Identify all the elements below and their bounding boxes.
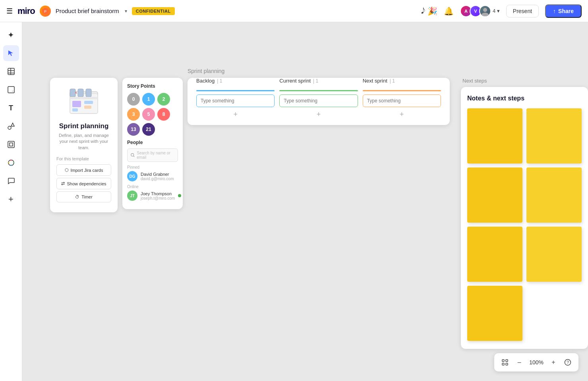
sp-2[interactable]: 2 [157, 93, 170, 106]
help-button[interactable]: ? [561, 356, 574, 369]
sticky-note-7[interactable] [467, 286, 522, 341]
svg-rect-19 [70, 89, 75, 97]
svg-rect-29 [502, 360, 504, 362]
avatar-group[interactable]: A V 4 ▾ [460, 5, 500, 17]
bottom-toolbar: – 100% + ? [494, 353, 578, 371]
sidebar-item-ai[interactable]: ✦ [3, 27, 19, 43]
share-icon: ↑ [553, 8, 556, 14]
sp-5[interactable]: 5 [142, 108, 155, 121]
share-button[interactable]: ↑ Share [545, 4, 582, 18]
sprint-planning-label: Sprint planning [188, 68, 224, 74]
sidebar-item-frame[interactable] [3, 137, 19, 152]
svg-point-15 [13, 162, 14, 164]
people-section: People Search by name or email Pinned DG… [127, 140, 178, 201]
svg-rect-11 [8, 141, 14, 148]
svg-rect-21 [86, 89, 91, 97]
next-sprint-add-button[interactable]: + [363, 110, 441, 119]
sidebar-item-chat[interactable] [3, 173, 19, 189]
svg-rect-4 [8, 68, 14, 75]
sprint-columns: Backlog | 1 + Current sprint | 1 + [188, 78, 450, 125]
sp-0[interactable]: 0 [127, 93, 140, 106]
topbar: ☰ miro P Product brief brainstorm ▾ CONF… [0, 0, 588, 22]
celebration-icon[interactable]: 🎉 [427, 6, 437, 16]
svg-rect-20 [78, 89, 83, 97]
board-title[interactable]: Product brief brainstorm [56, 8, 119, 14]
sp-13[interactable]: 13 [127, 123, 140, 136]
timer-button[interactable]: ⏱ Timer [56, 191, 111, 202]
sidebar-item-text[interactable]: T [3, 100, 19, 116]
notification-bell-icon[interactable]: 🔔 [444, 6, 454, 16]
sp-1[interactable]: 1 [142, 93, 155, 106]
svg-rect-8 [8, 87, 14, 93]
backlog-input[interactable] [196, 94, 275, 107]
sidebar-item-shapes[interactable] [3, 118, 19, 134]
svg-point-27 [131, 154, 134, 156]
sidebar-item-more[interactable]: + [3, 191, 19, 207]
next-steps-title: Notes & next steps [467, 95, 582, 102]
story-points-title: Story Points [127, 83, 178, 89]
sprint-card-title: Sprint planning [59, 122, 109, 130]
zoom-out-button[interactable]: – [513, 356, 526, 369]
sticky-note-6[interactable] [526, 227, 582, 282]
sprint-illustration [66, 86, 102, 117]
sticky-note-4[interactable] [526, 167, 582, 223]
sidebar-item-palette[interactable] [3, 155, 19, 171]
svg-rect-31 [502, 363, 504, 365]
canvas: Sprint planning Sprint planning Define, … [22, 22, 588, 381]
confidential-badge: CONFIDENTIAL [132, 7, 175, 15]
sticky-note-3[interactable] [467, 167, 522, 223]
timer-icon: ⏱ [75, 194, 79, 199]
sticky-note-5[interactable] [467, 227, 522, 282]
backlog-add-button[interactable]: + [196, 110, 275, 119]
current-sprint-input[interactable] [279, 94, 358, 107]
sprint-board: Backlog | 1 + Current sprint | 1 + [188, 78, 450, 125]
svg-rect-24 [72, 108, 78, 112]
backlog-header: Backlog | 1 [196, 78, 275, 87]
pinned-label: Pinned [127, 165, 178, 169]
svg-point-2 [483, 8, 487, 12]
sp-3[interactable]: 3 [127, 108, 140, 121]
current-sprint-add-button[interactable]: + [279, 110, 358, 119]
jira-icon: ⬡ [65, 167, 69, 173]
sidebar-item-sticky[interactable] [3, 82, 19, 98]
sp-21[interactable]: 21 [142, 123, 155, 136]
current-sprint-name: Current sprint [279, 78, 311, 84]
backlog-count: | 1 [217, 78, 222, 84]
menu-icon[interactable]: ☰ [6, 7, 13, 15]
topbar-left: ☰ miro P Product brief brainstorm ▾ CONF… [6, 6, 175, 17]
for-template-label: For this template [56, 156, 89, 161]
person-joey-email: joseph.t@miro.com [141, 196, 175, 200]
online-label: Online [127, 185, 178, 189]
chevron-down-icon[interactable]: ▾ [125, 8, 127, 14]
sprint-col-next: Next sprint | 1 + [360, 78, 443, 119]
backlog-line [196, 90, 275, 91]
person-joey-avatar: JT [127, 190, 137, 201]
present-button[interactable]: Present [506, 5, 539, 17]
backlog-name: Backlog [196, 78, 215, 84]
next-sprint-line [363, 90, 441, 91]
sprint-card: Sprint planning Define, plan, and manage… [50, 78, 118, 212]
person-david-email: david.g@miro.com [141, 177, 174, 181]
zoom-level-display: 100% [527, 359, 546, 366]
next-sprint-name: Next sprint [363, 78, 387, 84]
sp-8[interactable]: 8 [157, 108, 170, 121]
svg-rect-30 [506, 360, 508, 362]
current-sprint-header: Current sprint | 1 [279, 78, 358, 87]
avatar-user3 [479, 5, 491, 17]
svg-rect-12 [10, 143, 13, 146]
next-sprint-input[interactable] [363, 94, 441, 107]
sidebar-item-select[interactable] [3, 45, 19, 61]
sticky-note-1[interactable] [467, 108, 522, 164]
zoom-in-button[interactable]: + [547, 356, 560, 369]
next-sprint-header: Next sprint | 1 [363, 78, 441, 87]
fit-to-screen-button[interactable] [498, 356, 512, 369]
online-indicator [178, 194, 181, 197]
sprint-col-backlog: Backlog | 1 + [194, 78, 277, 119]
import-jira-button[interactable]: ⬡ Import Jira cards [56, 164, 111, 176]
show-dependencies-button[interactable]: ⇄ Show dependencies [56, 178, 111, 189]
sidebar-item-table[interactable] [3, 64, 19, 79]
sticky-note-2[interactable] [526, 108, 582, 164]
avatar-count[interactable]: 4 ▾ [493, 8, 500, 14]
people-search[interactable]: Search by name or email [127, 148, 178, 162]
topbar-right: 𝅘𝅥𝅮𝅘𝅥 🎉 🔔 A V 4 ▾ Present ↑ Share [421, 4, 582, 18]
